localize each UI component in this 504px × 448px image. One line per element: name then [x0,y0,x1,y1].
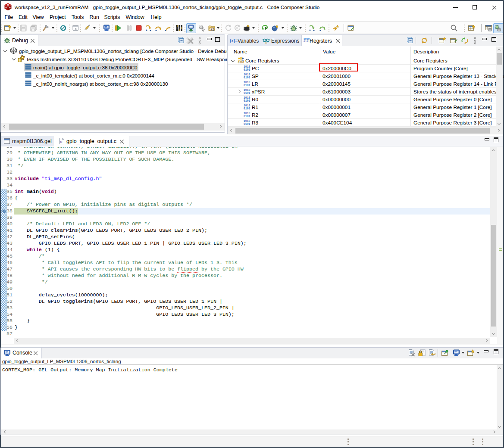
svg-text:0101: 0101 [238,61,244,64]
svg-text:x=: x= [265,41,269,44]
svg-text:{}: {} [211,28,214,31]
svg-text:c: c [60,140,62,144]
